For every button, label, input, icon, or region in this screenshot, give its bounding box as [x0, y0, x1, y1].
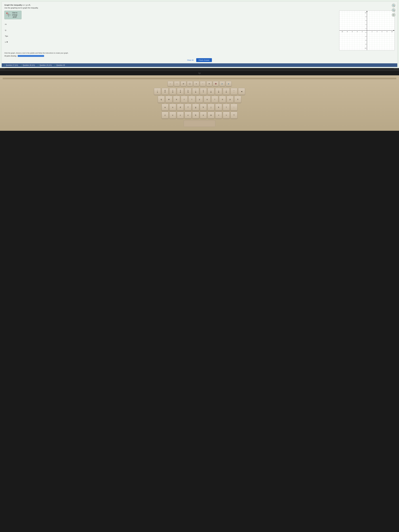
svg-text:10: 10: [391, 31, 393, 32]
key-minus[interactable]: —-: [230, 88, 237, 95]
svg-text:-4: -4: [357, 31, 358, 32]
key-y[interactable]: y: [196, 96, 203, 103]
key-q[interactable]: q: [158, 96, 165, 103]
coordinate-graph[interactable]: -10 -8 -6 -4 -2 2 4 6 8 10 10 8: [339, 11, 395, 50]
edit-icon[interactable]: ✏: [392, 13, 395, 17]
hinge-detail: [5, 68, 394, 69]
svg-text:-6: -6: [352, 31, 353, 32]
key-b[interactable]: b: [192, 112, 199, 119]
question-18-nav[interactable]: ✓ Question 18 (1/1): [21, 64, 35, 66]
key-slash-question[interactable]: ?: [230, 112, 237, 119]
svg-text:2: 2: [366, 28, 366, 29]
key-z[interactable]: z: [162, 112, 169, 119]
key-i[interactable]: i: [211, 96, 218, 103]
key-d[interactable]: d: [177, 104, 184, 111]
key-vol-up[interactable]: 🔊: [226, 81, 232, 86]
problem-title: Graph the inequality x + y ≥ 5.: [4, 4, 395, 6]
svg-text:8: 8: [386, 31, 387, 32]
key-9[interactable]: (9: [215, 88, 222, 95]
function-key-row: ← → ↺ ☐ ⊟ ○ ☀ 🔇 🔉 🔊: [4, 81, 395, 86]
asdf-key-row: a s d f g h j k l :: [4, 104, 395, 111]
key-7[interactable]: &7: [200, 88, 207, 95]
key-8[interactable]: *8: [208, 88, 214, 95]
svg-text:10: 10: [365, 12, 366, 13]
key-l[interactable]: l: [223, 104, 230, 111]
clear-all-button[interactable]: Clear All: [187, 59, 193, 61]
key-r[interactable]: r: [181, 96, 188, 103]
key-0[interactable]: )0: [223, 88, 230, 95]
hp-logo: hp: [198, 72, 201, 74]
key-j[interactable]: j: [208, 104, 214, 111]
key-colon[interactable]: :: [230, 104, 237, 111]
svg-text:8: 8: [366, 16, 366, 17]
question-19-nav[interactable]: ✓ Question 19 (1/1): [38, 64, 52, 66]
laptop-lid-bottom: hp: [0, 71, 399, 75]
key-c[interactable]: c: [177, 112, 184, 119]
key-volume-icon[interactable]: ◀: [238, 88, 245, 95]
key-vol-down[interactable]: 🔉: [219, 81, 225, 86]
key-w[interactable]: w: [165, 96, 172, 103]
svg-text:-10: -10: [365, 48, 366, 49]
question-17-label: Question 17 (1/1): [6, 64, 18, 66]
key-refresh[interactable]: ↺: [181, 81, 186, 86]
question-19-label: Question 19 (1/1): [39, 64, 52, 66]
key-g[interactable]: g: [192, 104, 199, 111]
key-forward[interactable]: →: [174, 81, 180, 86]
svg-text:-8: -8: [347, 31, 348, 32]
svg-text:-2: -2: [365, 32, 366, 33]
key-4[interactable]: $4: [177, 88, 184, 95]
enlarge-label: Click toenlargegraph: [12, 12, 17, 18]
bottom-section: Click the graph, choose a tool in the pa…: [4, 52, 395, 62]
speaker-grille-top: [3, 78, 396, 79]
key-6[interactable]: ^6: [192, 88, 199, 95]
key-o[interactable]: o: [219, 96, 226, 103]
key-m[interactable]: m: [208, 112, 214, 119]
key-s[interactable]: s: [169, 104, 176, 111]
left-panel: Click toenlargegraph cs ry Tips s: [4, 11, 21, 43]
key-dollar-sign[interactable]: $: [234, 96, 241, 103]
search-icon[interactable]: 🔍: [392, 4, 395, 7]
trackpad[interactable]: [184, 120, 215, 127]
qwerty-key-row: q w e r t y u i o p $: [4, 96, 395, 103]
key-brightness-up[interactable]: ☀: [206, 81, 212, 86]
key-u[interactable]: u: [204, 96, 211, 103]
svg-text:-4: -4: [365, 36, 366, 37]
key-2[interactable]: @2: [162, 88, 169, 95]
zoom-icon[interactable]: 🔍: [392, 8, 395, 12]
zxcv-key-row: z x c v b n m < > ?: [4, 112, 395, 119]
crosshair-icon: [6, 13, 11, 17]
key-fullscreen[interactable]: ☐: [187, 81, 193, 86]
enlarge-graph-button[interactable]: Click toenlargegraph: [4, 11, 21, 19]
key-t[interactable]: t: [188, 96, 195, 103]
side-label-s: s: [5, 41, 6, 43]
key-x[interactable]: x: [169, 112, 176, 119]
side-label-cs: cs: [5, 23, 21, 25]
svg-text:4: 4: [366, 24, 366, 25]
key-n[interactable]: n: [200, 112, 207, 119]
key-p[interactable]: p: [227, 96, 234, 103]
key-3[interactable]: #3: [169, 88, 176, 95]
key-brightness-down[interactable]: ○: [200, 81, 206, 86]
key-windows[interactable]: ⊟: [193, 81, 199, 86]
graph-container[interactable]: -10 -8 -6 -4 -2 2 4 6 8 10 10 8: [24, 11, 395, 50]
key-5[interactable]: %5: [185, 88, 191, 95]
key-f[interactable]: f: [185, 104, 191, 111]
key-comma-less[interactable]: <: [215, 112, 222, 119]
screen-area: 🔍 🔍 ✏ Graph the inequality x + y ≥ 5. Us…: [0, 0, 399, 68]
check-answer-button[interactable]: Check Answer: [196, 58, 212, 62]
key-1[interactable]: !1: [154, 88, 161, 95]
check-20-icon: ✓: [54, 64, 56, 66]
trackpad-area: [3, 120, 396, 127]
question-20-nav[interactable]: ✓ Question 20: [54, 64, 65, 66]
question-17-nav[interactable]: ✓ Question 17 (1/1): [4, 64, 18, 66]
key-period-greater[interactable]: >: [223, 112, 230, 119]
questions-nav: ✓ Question 17 (1/1) ✓ Question 18 (1/1) …: [2, 63, 397, 67]
key-mute[interactable]: 🔇: [213, 81, 219, 86]
key-back[interactable]: ←: [168, 81, 173, 86]
key-a[interactable]: a: [162, 104, 169, 111]
key-k[interactable]: k: [215, 104, 222, 111]
key-e[interactable]: e: [173, 96, 180, 103]
svg-line-2: [6, 13, 8, 14]
key-h[interactable]: h: [200, 104, 207, 111]
key-v[interactable]: v: [185, 112, 191, 119]
